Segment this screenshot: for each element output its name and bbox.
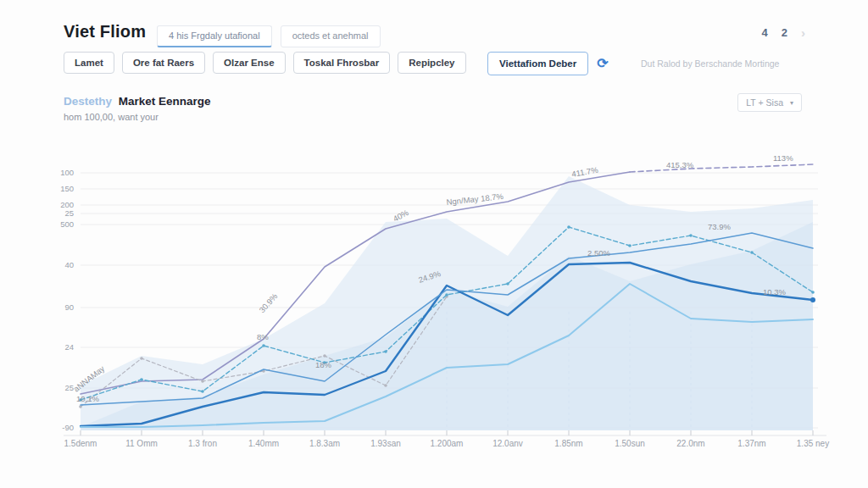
- svg-text:1.85nm: 1.85nm: [554, 439, 582, 448]
- range-select-dropdown[interactable]: LT + Sisa ▾: [737, 93, 802, 112]
- svg-text:1.50sun: 1.50sun: [615, 439, 645, 448]
- tab-octeds[interactable]: octeds et anehmal: [281, 25, 381, 47]
- svg-text:10.1%: 10.1%: [76, 394, 99, 403]
- pager: 4 2 ›: [762, 25, 805, 40]
- svg-text:200: 200: [60, 200, 74, 209]
- chart-title-prefix: Destethy: [64, 95, 112, 108]
- svg-text:1.3 fron: 1.3 fron: [188, 439, 217, 448]
- svg-text:18%: 18%: [315, 360, 332, 369]
- refresh-icon[interactable]: ⟳: [593, 54, 612, 73]
- svg-text:415.3%: 415.3%: [666, 160, 694, 169]
- svg-text:1.5denm: 1.5denm: [64, 439, 97, 448]
- svg-text:411.7%: 411.7%: [570, 165, 598, 179]
- svg-text:11 Omm: 11 Omm: [125, 439, 158, 448]
- filter-button-olzar[interactable]: Olzar Ense: [213, 52, 285, 74]
- svg-text:1.200am: 1.200am: [431, 439, 464, 448]
- range-select-label: LT + Sisa: [746, 97, 783, 108]
- chart-subtitle: hom 100,00, want your: [64, 112, 159, 122]
- svg-text:100: 100: [60, 168, 74, 177]
- header-tabs: 4 his Frgdaly utafional octeds et anehma…: [157, 25, 381, 47]
- svg-text:aNNAMay: aNNAMay: [71, 363, 106, 393]
- svg-text:24: 24: [64, 342, 74, 352]
- chevron-down-icon: ▾: [790, 99, 793, 107]
- pager-number-1[interactable]: 4: [762, 26, 768, 39]
- svg-text:25: 25: [64, 383, 74, 392]
- svg-text:12.0anv: 12.0anv: [492, 439, 523, 448]
- filter-button-toskal[interactable]: Toskal Fhrosbar: [293, 52, 391, 74]
- svg-text:1.8.3am: 1.8.3am: [309, 439, 340, 448]
- chart-title: Destethy Market Eennarge: [64, 95, 211, 108]
- svg-text:24.9%: 24.9%: [417, 269, 442, 285]
- svg-text:25: 25: [64, 208, 74, 218]
- svg-text:30.9%: 30.9%: [257, 291, 280, 315]
- svg-text:90: 90: [64, 302, 74, 312]
- svg-text:2.50%: 2.50%: [587, 248, 610, 258]
- svg-text:Ngn/May 18.7%: Ngn/May 18.7%: [446, 191, 504, 207]
- app-logo: Viet Fliom: [64, 22, 146, 42]
- svg-text:150: 150: [60, 184, 74, 193]
- filter-button-repipcley[interactable]: Repipcley: [398, 52, 465, 74]
- chart-title-main: Market Eennarge: [119, 95, 211, 108]
- filter-button-lamet[interactable]: Lamet: [64, 52, 114, 74]
- svg-text:1.35 ney: 1.35 ney: [797, 439, 829, 448]
- svg-text:-90: -90: [62, 423, 74, 432]
- svg-text:113%: 113%: [773, 153, 793, 163]
- svg-text:40: 40: [64, 260, 74, 269]
- chevron-right-icon[interactable]: ›: [801, 25, 805, 40]
- source-caption: Dut Ralod by Berschande Mortinge: [641, 58, 779, 69]
- pager-number-2[interactable]: 2: [782, 26, 787, 39]
- filter-bar: Lamet Ore fat Raers Olzar Ense Toskal Fh…: [64, 52, 466, 74]
- tab-freshly[interactable]: 4 his Frgdaly utafional: [157, 25, 272, 47]
- svg-text:500: 500: [60, 219, 74, 229]
- svg-text:10.3%: 10.3%: [763, 287, 786, 297]
- svg-text:1.37nm: 1.37nm: [737, 439, 765, 448]
- svg-text:40%: 40%: [392, 208, 410, 224]
- viettafiom-deber-button[interactable]: Viettafiom Deber: [487, 52, 588, 75]
- svg-text:1.93san: 1.93san: [370, 439, 401, 448]
- svg-text:22.0nm: 22.0nm: [676, 439, 704, 448]
- svg-text:8%: 8%: [257, 332, 269, 341]
- filter-button-orefat[interactable]: Ore fat Raers: [122, 52, 205, 74]
- svg-text:73.9%: 73.9%: [708, 222, 731, 231]
- svg-text:1.40mm: 1.40mm: [248, 439, 279, 448]
